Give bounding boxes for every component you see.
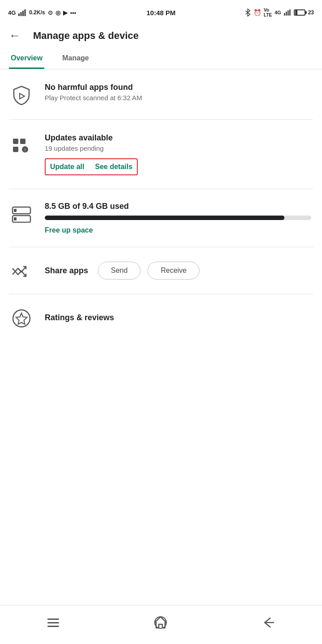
volte-icon: VoLTE: [264, 8, 272, 17]
svg-marker-10: [20, 93, 25, 99]
svg-rect-8: [288, 10, 289, 16]
alarm-icon: ⏰: [254, 9, 261, 16]
svg-rect-0: [18, 13, 20, 16]
back-button[interactable]: ←: [9, 29, 21, 42]
updates-title: Updates available: [45, 133, 311, 143]
share-apps-icon: [11, 261, 32, 282]
play-protect-content: No harmful apps found Play Protect scann…: [45, 83, 311, 102]
bottom-nav: [0, 605, 322, 644]
storage-bar: [45, 216, 311, 220]
svg-rect-7: [286, 12, 287, 16]
send-button[interactable]: Send: [98, 262, 140, 280]
updates-subtitle: 19 updates pending: [45, 144, 311, 152]
battery-icon: [294, 9, 305, 16]
svg-rect-22: [47, 619, 59, 620]
bluetooth-icon: [245, 8, 251, 17]
signal-bars-right-icon: [284, 9, 291, 16]
svg-rect-13: [13, 147, 18, 152]
status-bar: 4G 0.2K/s ⊙ ◎ ▶ ••• 10:48 PM ⏰ VoLTE 4G …: [0, 0, 322, 23]
tabs-bar: Overview Manage: [0, 48, 322, 69]
see-details-button[interactable]: See details: [95, 163, 132, 171]
svg-rect-24: [47, 626, 59, 627]
svg-rect-17: [14, 209, 17, 212]
battery-level: 23: [308, 9, 314, 16]
update-buttons-box: Update all See details: [45, 158, 138, 175]
ratings-content: Ratings & reviews: [45, 313, 311, 322]
free-up-space-button[interactable]: Free up space: [45, 226, 93, 234]
update-all-button[interactable]: Update all: [50, 163, 84, 171]
status-time: 10:48 PM: [146, 9, 175, 17]
svg-text:↑: ↑: [24, 147, 26, 152]
receive-button[interactable]: Receive: [148, 262, 199, 280]
storage-title: 8.5 GB of 9.4 GB used: [45, 202, 311, 211]
header: ← Manage apps & device: [0, 23, 322, 48]
storage-section: 8.5 GB of 9.4 GB used Free up space: [0, 189, 322, 247]
nav-menu-button[interactable]: [46, 617, 61, 628]
svg-marker-21: [16, 313, 27, 324]
youtube-icon: ▶: [63, 9, 68, 16]
updates-section: ↑ Updates available 19 updates pending U…: [0, 120, 322, 189]
ratings-section[interactable]: Ratings & reviews: [0, 294, 322, 341]
storage-bar-fill: [45, 216, 284, 220]
updates-content: Updates available 19 updates pending Upd…: [45, 133, 311, 175]
4g-lte-icon: 4G: [275, 10, 281, 15]
play-protect-title: No harmful apps found: [45, 83, 311, 92]
page-title: Manage apps & device: [33, 30, 139, 42]
speed-text: 0.2K/s: [29, 9, 45, 16]
content-area: No harmful apps found Play Protect scann…: [0, 69, 322, 605]
share-apps-label: Share apps: [45, 266, 88, 275]
svg-rect-9: [289, 9, 291, 16]
svg-rect-6: [284, 13, 285, 16]
tab-overview[interactable]: Overview: [9, 48, 44, 69]
svg-rect-11: [13, 139, 18, 144]
nav-home-button[interactable]: [153, 614, 169, 631]
storage-icon: [11, 203, 32, 225]
share-buttons: Send Receive: [98, 262, 199, 280]
svg-rect-12: [20, 139, 25, 144]
ratings-icon: [11, 308, 32, 329]
share-apps-content: Share apps Send Receive: [45, 262, 311, 280]
svg-rect-2: [22, 11, 24, 16]
signal-text: 4G: [8, 9, 16, 16]
play-protect-section: No harmful apps found Play Protect scann…: [0, 69, 322, 119]
svg-rect-3: [25, 9, 26, 16]
nav-back-button[interactable]: [260, 616, 276, 629]
more-icon: •••: [70, 9, 76, 16]
status-left: 4G 0.2K/s ⊙ ◎ ▶ •••: [8, 9, 76, 16]
storage-content: 8.5 GB of 9.4 GB used Free up space: [45, 202, 311, 234]
updates-icon: ↑: [11, 135, 32, 157]
svg-rect-19: [14, 217, 17, 220]
svg-rect-1: [21, 12, 22, 16]
status-right: ⏰ VoLTE 4G 23: [245, 8, 314, 17]
share-apps-section: Share apps Send Receive: [0, 247, 322, 294]
ratings-title: Ratings & reviews: [45, 313, 311, 322]
tab-manage[interactable]: Manage: [60, 48, 91, 69]
svg-rect-23: [47, 622, 59, 623]
play-protect-subtitle: Play Protect scanned at 6:32 AM: [45, 94, 311, 102]
whatsapp-icon: ◎: [55, 9, 60, 16]
signal-bars-icon: [18, 9, 26, 16]
play-protect-icon: [11, 85, 32, 106]
cast-icon: ⊙: [48, 9, 53, 16]
